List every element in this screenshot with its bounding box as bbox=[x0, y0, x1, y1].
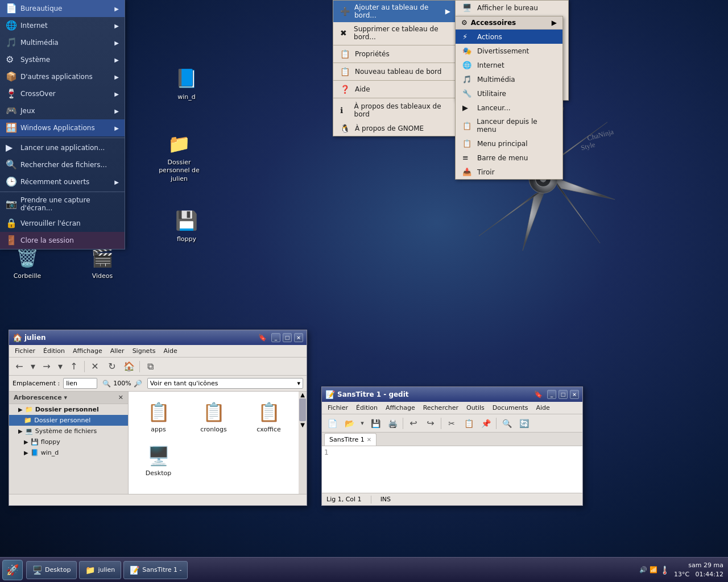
menu-multimedia[interactable]: 🎵 Multimédia ▶ bbox=[0, 34, 125, 51]
te-menu-edition[interactable]: Édition bbox=[353, 403, 381, 413]
acc-divertissement[interactable]: 🎭 Divertissement bbox=[456, 44, 562, 58]
te-menu-fichier[interactable]: Fichier bbox=[324, 403, 351, 413]
sidebar-item-root[interactable]: ▶ 📁 Dossier personnel bbox=[9, 404, 128, 415]
te-menu-affichage[interactable]: Affichage bbox=[382, 403, 419, 413]
menu-windows-apps[interactable]: 🪟 Windows Applications ▶ bbox=[0, 119, 125, 136]
location-input[interactable]: lien bbox=[63, 378, 97, 389]
back-button[interactable]: ← bbox=[11, 359, 27, 374]
pmenu-a-propos-gnome[interactable]: 🐧 À propos de GNOME bbox=[333, 121, 457, 136]
fm-menu-aller[interactable]: Aller bbox=[107, 346, 128, 356]
acc-barre-menu[interactable]: ≡ Barre de menu bbox=[456, 151, 562, 165]
fm-menu-aide[interactable]: Aide bbox=[160, 346, 180, 356]
file-manager-close[interactable]: × bbox=[294, 333, 303, 342]
home-button[interactable]: 🏠 bbox=[121, 359, 137, 374]
fm-menu-affichage[interactable]: Affichage bbox=[69, 346, 106, 356]
menu-recemment[interactable]: 🕒 Récemment ouverts ▶ bbox=[0, 173, 125, 190]
menu-crossover[interactable]: 🍷 CrossOver ▶ bbox=[0, 85, 125, 102]
text-editor-tab[interactable]: SansTitre 1 ✕ bbox=[324, 433, 377, 446]
menu-verrouiller[interactable]: 🔒 Verrouiller l'écran bbox=[0, 215, 125, 232]
text-editor-maximize[interactable]: □ bbox=[559, 390, 568, 399]
text-editor-minimize[interactable]: _ bbox=[547, 390, 556, 399]
file-manager-minimize[interactable]: _ bbox=[271, 333, 280, 342]
volume-icon[interactable]: 🔊 bbox=[639, 566, 647, 573]
acc-internet[interactable]: 🌐 Internet bbox=[456, 58, 562, 72]
desktop-icon-wind[interactable]: 📘 win_d bbox=[164, 63, 209, 103]
scrollbar-thumb[interactable] bbox=[299, 398, 306, 421]
te-undo-btn[interactable]: ↩ bbox=[406, 416, 421, 431]
menu-autres-apps[interactable]: 📦 D'autres applications ▶ bbox=[0, 68, 125, 85]
text-editor-close[interactable]: × bbox=[570, 390, 579, 399]
file-cxoffice[interactable]: 📋 cxoffice bbox=[243, 396, 294, 435]
reload-button[interactable]: ↻ bbox=[104, 359, 120, 374]
side-pane-button[interactable]: ⧉ bbox=[142, 359, 158, 374]
pmenu-a-propos-tableaux[interactable]: ℹ️ À propos des tableaux de bord bbox=[333, 99, 457, 121]
taskbar-desktop[interactable]: 🖥️ Desktop bbox=[26, 561, 77, 579]
te-redo-btn[interactable]: ↪ bbox=[423, 416, 439, 431]
file-cronlogs[interactable]: 📋 cronlogs bbox=[188, 396, 239, 435]
scrollbar-down-btn[interactable]: ▼ bbox=[299, 422, 307, 428]
pmenu-supprimer[interactable]: ✖ Supprimer ce tableau de bord... bbox=[333, 22, 457, 44]
te-save-btn[interactable]: 💾 bbox=[367, 416, 383, 431]
te-menu-documents[interactable]: Documents bbox=[489, 403, 532, 413]
acc-tiroir[interactable]: 📥 Tiroir bbox=[456, 165, 562, 179]
te-new-btn[interactable]: 📄 bbox=[324, 416, 340, 431]
scrollbar-up-btn[interactable]: ▲ bbox=[299, 392, 307, 398]
te-menu-rechercher[interactable]: Rechercher bbox=[420, 403, 462, 413]
pmenu-ajouter[interactable]: ➕ Ajouter au tableau de bord... ▶ bbox=[333, 1, 457, 22]
te-open-btn[interactable]: 📂 bbox=[341, 416, 357, 431]
file-apps[interactable]: 📋 apps bbox=[133, 396, 184, 435]
taskbar-sanstitre[interactable]: 📝 SansTitre 1 - bbox=[123, 561, 188, 579]
sidebar-item-dossier[interactable]: 📁 Dossier personnel bbox=[9, 415, 128, 426]
acc-lanceur-dots[interactable]: ▶ Lanceur... bbox=[456, 101, 562, 115]
menu-internet[interactable]: 🌐 Internet ▶ bbox=[0, 17, 125, 34]
fm-menu-fichier[interactable]: Fichier bbox=[11, 346, 39, 356]
taskbar-julien[interactable]: 📁 julien bbox=[79, 561, 121, 579]
sidebar-close-icon[interactable]: ✕ bbox=[118, 394, 123, 401]
menu-capture[interactable]: 📷 Prendre une capture d'écran... bbox=[0, 193, 125, 215]
menu-lancer[interactable]: ▶️ Lancer une application... bbox=[0, 139, 125, 156]
te-print-btn[interactable]: 🖨️ bbox=[384, 416, 400, 431]
acc-utilitaire[interactable]: 🔧 Utilitaire bbox=[456, 86, 562, 101]
up-button[interactable]: ↑ bbox=[66, 359, 82, 374]
te-copy-btn[interactable]: 📋 bbox=[461, 416, 477, 431]
te-open-dropdown[interactable]: ▾ bbox=[358, 416, 366, 431]
forward-button[interactable]: → bbox=[39, 359, 55, 374]
zoom-in-btn[interactable]: 🔎 bbox=[133, 378, 144, 389]
menu-clore[interactable]: 🚪 Clore la session bbox=[0, 232, 125, 249]
file-desktop[interactable]: 🖥️ Desktop bbox=[133, 440, 184, 479]
tab-close-btn[interactable]: ✕ bbox=[367, 436, 371, 443]
te-replace-btn[interactable]: 🔄 bbox=[516, 416, 532, 431]
zoom-out-btn[interactable]: 🔍 bbox=[101, 378, 112, 389]
forward-dropdown[interactable]: ▾ bbox=[56, 359, 65, 374]
menu-jeux[interactable]: 🎮 Jeux ▶ bbox=[0, 102, 125, 119]
fm-menu-signets[interactable]: Signets bbox=[129, 346, 159, 356]
taskbar-apps-button[interactable]: 🚀 bbox=[2, 560, 23, 580]
te-menu-aide[interactable]: Aide bbox=[533, 403, 553, 413]
view-selector[interactable]: Voir en tant qu'icônes ▾ bbox=[147, 378, 303, 389]
stop-button[interactable]: ✕ bbox=[87, 359, 103, 374]
te-cut-btn[interactable]: ✂️ bbox=[444, 416, 460, 431]
file-manager-maximize[interactable]: □ bbox=[283, 333, 292, 342]
te-menu-outils[interactable]: Outils bbox=[463, 403, 488, 413]
desktop-icon-floppy[interactable]: 💾 floppy bbox=[164, 205, 209, 246]
pmenu-nouveau[interactable]: 📋 Nouveau tableau de bord bbox=[333, 64, 457, 79]
text-editor-content[interactable]: 1 bbox=[322, 446, 582, 493]
sidebar-item-systeme[interactable]: ▶ 💻 Système de fichiers bbox=[9, 426, 128, 436]
sidebar-item-floppy[interactable]: ▶ 💾 floppy bbox=[9, 436, 128, 447]
acc-lanceur-menu[interactable]: 📋 Lanceur depuis le menu bbox=[456, 115, 562, 136]
desktop-icon-dossier[interactable]: 📁 Dossier personnel de julien bbox=[156, 128, 202, 185]
te-paste-btn[interactable]: 📌 bbox=[478, 416, 494, 431]
menu-systeme[interactable]: ⚙️ Système ▶ bbox=[0, 51, 125, 68]
back-dropdown[interactable]: ▾ bbox=[28, 359, 38, 374]
acc-menu-principal[interactable]: 📋 Menu principal bbox=[456, 136, 562, 151]
fm-scrollbar[interactable]: ▲ ▼ bbox=[299, 392, 307, 494]
network-icon[interactable]: 📶 bbox=[650, 566, 657, 573]
menu-rechercher[interactable]: 🔍 Rechercher des fichiers... bbox=[0, 156, 125, 173]
menu-bureautique[interactable]: 📄 Bureautique ▶ bbox=[0, 0, 125, 17]
pmenu-aide[interactable]: ❓ Aide bbox=[333, 82, 457, 97]
te-find-btn[interactable]: 🔍 bbox=[499, 416, 515, 431]
sidebar-item-wind2[interactable]: ▶ 📘 win_d bbox=[9, 447, 128, 458]
pmenu-proprietes[interactable]: 📋 Propriétés bbox=[333, 47, 457, 61]
acc-multimedia[interactable]: 🎵 Multimédia bbox=[456, 72, 562, 86]
act-afficher[interactable]: 🖥️ Afficher le bureau bbox=[456, 1, 568, 15]
